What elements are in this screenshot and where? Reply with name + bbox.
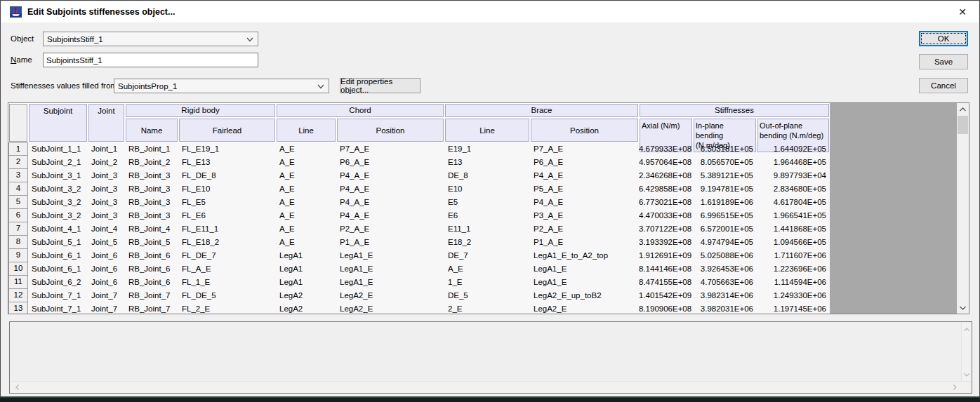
subjoint-cell[interactable]: SubJoint_3_2 xyxy=(28,209,88,222)
subjoint-cell[interactable]: SubJoint_3_2 xyxy=(28,182,88,196)
chord-position-cell[interactable]: P6_A_E xyxy=(336,156,444,169)
row-number-cell[interactable]: 7 xyxy=(8,222,28,236)
subjoint-cell[interactable]: SubJoint_7_1 xyxy=(28,289,88,302)
chord-position-cell[interactable]: P1_A_E xyxy=(336,236,444,249)
brace-line-cell[interactable]: E18_2 xyxy=(444,236,530,249)
brace-line-cell[interactable]: 1_E xyxy=(444,276,530,289)
outplane-bending-cell[interactable]: 1.094566E+05 xyxy=(757,236,830,249)
object-combobox[interactable]: SubjointsStiff_1 xyxy=(43,32,258,46)
outplane-bending-cell[interactable]: 9.897793E+04 xyxy=(757,169,830,182)
outplane-bending-cell[interactable]: 1.711607E+06 xyxy=(757,249,830,262)
brace-line-cell[interactable]: E5 xyxy=(444,196,530,209)
inplane-bending-cell[interactable]: 6.996515E+05 xyxy=(693,209,757,222)
brace-line-cell[interactable]: A_E xyxy=(444,262,530,276)
fairlead-cell[interactable]: FL_E10 xyxy=(178,182,276,196)
inplane-bending-cell[interactable]: 8.056570E+05 xyxy=(693,156,757,169)
subjoint-cell[interactable]: SubJoint_1_1 xyxy=(28,142,88,156)
save-button[interactable]: Save xyxy=(919,54,968,69)
chord-line-cell[interactable]: LegA1 xyxy=(276,276,336,289)
joint-cell[interactable]: Joint_3 xyxy=(88,196,125,209)
joint-cell[interactable]: Joint_7 xyxy=(88,302,125,314)
subjoint-cell[interactable]: SubJoint_5_1 xyxy=(28,236,88,249)
brace-line-cell[interactable]: E10 xyxy=(444,182,530,196)
table-row[interactable]: 1 SubJoint_1_1 Joint_1 RB_Joint_1 FL_E19… xyxy=(8,142,830,156)
brace-position-cell[interactable]: LegA1_E xyxy=(530,276,639,289)
inplane-bending-cell[interactable]: 3.982314E+06 xyxy=(693,289,757,302)
notes-panel[interactable] xyxy=(9,321,972,394)
outplane-bending-cell[interactable]: 1.441868E+05 xyxy=(757,222,830,236)
brace-position-cell[interactable]: LegA2_E_up_toB2 xyxy=(530,289,639,302)
joint-cell[interactable]: Joint_5 xyxy=(88,236,125,249)
fairlead-cell[interactable]: FL_DE_8 xyxy=(178,169,276,182)
chord-line-cell[interactable]: LegA2 xyxy=(276,289,336,302)
brace-position-cell[interactable]: P4_A_E xyxy=(530,196,639,209)
scroll-up-icon[interactable] xyxy=(957,103,969,115)
chord-position-cell[interactable]: P2_A_E xyxy=(336,222,444,236)
fairlead-cell[interactable]: FL_E19_1 xyxy=(178,142,276,156)
inplane-bending-cell[interactable]: 5.389121E+05 xyxy=(693,169,757,182)
fairlead-cell[interactable]: FL_1_E xyxy=(178,276,276,289)
brace-position-cell[interactable]: P6_A_E xyxy=(530,156,639,169)
inplane-bending-cell[interactable]: 6.572001E+05 xyxy=(693,222,757,236)
inplane-bending-cell[interactable]: 9.194781E+05 xyxy=(693,182,757,196)
outplane-bending-cell[interactable]: 1.223696E+06 xyxy=(757,262,830,276)
row-number-cell[interactable]: 9 xyxy=(8,249,28,262)
chord-position-cell[interactable]: LegA2_E xyxy=(336,302,444,314)
axial-stiffness-cell[interactable]: 1.401542E+09 xyxy=(639,289,693,302)
axial-stiffness-cell[interactable]: 8.474155E+08 xyxy=(639,276,693,289)
chord-position-cell[interactable]: P7_A_E xyxy=(336,142,444,156)
table-row[interactable]: 7 SubJoint_4_1 Joint_4 RB_Joint_4 FL_E11… xyxy=(8,222,830,236)
rigid-body-name-cell[interactable]: RB_Joint_5 xyxy=(125,236,178,249)
chord-line-cell[interactable]: A_E xyxy=(276,182,336,196)
fairlead-cell[interactable]: FL_DE_7 xyxy=(178,249,276,262)
rigid-body-name-cell[interactable]: RB_Joint_6 xyxy=(125,262,178,276)
brace-position-cell[interactable]: P5_A_E xyxy=(530,182,639,196)
brace-line-cell[interactable]: DE_8 xyxy=(444,169,530,182)
row-number-cell[interactable]: 5 xyxy=(8,196,28,209)
chord-line-cell[interactable]: A_E xyxy=(276,222,336,236)
rigid-body-name-cell[interactable]: RB_Joint_7 xyxy=(125,302,178,314)
rigid-body-name-cell[interactable]: RB_Joint_4 xyxy=(125,222,178,236)
row-number-cell[interactable]: 3 xyxy=(8,169,28,182)
row-number-cell[interactable]: 13 xyxy=(8,302,28,314)
chord-position-cell[interactable]: LegA1_E xyxy=(336,262,444,276)
rigid-body-name-cell[interactable]: RB_Joint_7 xyxy=(125,289,178,302)
brace-position-cell[interactable]: LegA1_E_to_A2_top xyxy=(530,249,639,262)
panel-vertical-scrollbar[interactable] xyxy=(961,323,971,381)
axial-stiffness-cell[interactable]: 4.470033E+08 xyxy=(639,209,693,222)
subjoint-cell[interactable]: SubJoint_6_1 xyxy=(28,262,88,276)
chord-position-cell[interactable]: LegA1_E xyxy=(336,249,444,262)
brace-position-cell[interactable]: LegA1_E xyxy=(530,262,639,276)
brace-line-cell[interactable]: E19_1 xyxy=(444,142,530,156)
row-number-cell[interactable]: 12 xyxy=(8,289,28,302)
fairlead-cell[interactable]: FL_E5 xyxy=(178,196,276,209)
brace-position-cell[interactable]: P2_A_E xyxy=(530,222,639,236)
row-number-cell[interactable]: 4 xyxy=(8,182,28,196)
joint-cell[interactable]: Joint_3 xyxy=(88,182,125,196)
axial-stiffness-cell[interactable]: 6.773021E+08 xyxy=(639,196,693,209)
rigid-body-name-cell[interactable]: RB_Joint_3 xyxy=(125,182,178,196)
subjoint-cell[interactable]: SubJoint_6_2 xyxy=(28,276,88,289)
outplane-bending-cell[interactable]: 1.249330E+06 xyxy=(757,289,830,302)
fairlead-cell[interactable]: FL_E18_2 xyxy=(178,236,276,249)
chord-line-cell[interactable]: LegA2 xyxy=(276,302,336,314)
row-number-cell[interactable]: 11 xyxy=(8,276,28,289)
brace-position-cell[interactable]: LegA2_E xyxy=(530,302,639,314)
joint-cell[interactable]: Joint_6 xyxy=(88,249,125,262)
filled-from-combobox[interactable]: SubjointsProp_1 xyxy=(114,79,329,93)
brace-line-cell[interactable]: E11_1 xyxy=(444,222,530,236)
table-row[interactable]: 10 SubJoint_6_1 Joint_6 RB_Joint_6 FL_A_… xyxy=(8,262,830,276)
name-input[interactable] xyxy=(43,53,258,67)
outplane-bending-cell[interactable]: 2.834680E+05 xyxy=(757,182,830,196)
chord-position-cell[interactable]: P4_A_E xyxy=(336,169,444,182)
axial-stiffness-cell[interactable]: 8.190906E+08 xyxy=(639,302,693,314)
fairlead-cell[interactable]: FL_E11_1 xyxy=(178,222,276,236)
joint-cell[interactable]: Joint_2 xyxy=(88,156,125,169)
inplane-bending-cell[interactable]: 3.926453E+06 xyxy=(693,262,757,276)
joint-cell[interactable]: Joint_3 xyxy=(88,169,125,182)
joint-cell[interactable]: Joint_3 xyxy=(88,209,125,222)
table-row[interactable]: 13 SubJoint_7_1 Joint_7 RB_Joint_7 FL_2_… xyxy=(8,302,830,314)
chord-position-cell[interactable]: LegA1_E xyxy=(336,276,444,289)
axial-stiffness-cell[interactable]: 4.679933E+08 xyxy=(639,142,693,156)
outplane-bending-cell[interactable]: 1.644092E+05 xyxy=(757,142,830,156)
